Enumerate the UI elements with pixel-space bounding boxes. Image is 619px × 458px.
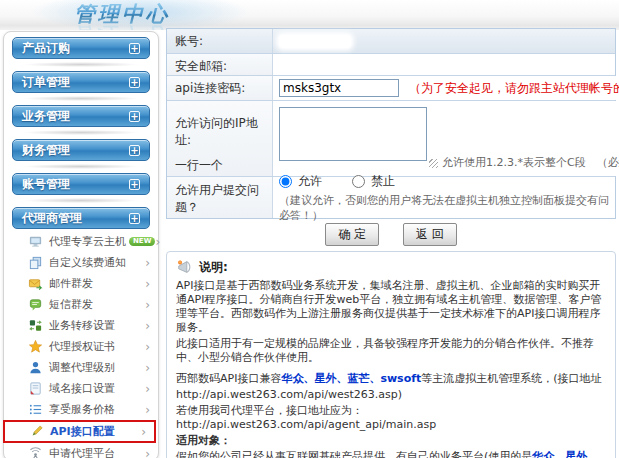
sidebar-item-domain-api-settings[interactable]: 域名接口设置 ›: [4, 378, 158, 399]
compat-text-after: 等主流虚拟主机管理系统，(接口地址: [421, 372, 601, 385]
target-audience-title: 适用对象：: [176, 434, 606, 448]
ip-hint: 允许使用1.2.3.*表示整个C段 （必须设置）: [442, 155, 619, 170]
form-buttons: 确 定 返 回: [166, 219, 616, 249]
chevron-right-icon: ›: [155, 236, 160, 248]
chevron-right-icon: ›: [145, 341, 150, 353]
menu-label: 财务管理: [22, 142, 70, 159]
api-password-warning: （为了安全起见，请勿跟主站代理帐号的密码相同！）: [409, 80, 619, 97]
user-icon: [28, 360, 43, 375]
form-row-api-password: api连接密码: （为了安全起见，请勿跟主站代理帐号的密码相同！）: [167, 75, 615, 100]
expand-icon: +: [129, 179, 140, 190]
form-row-allowed-ips: 允许访问的IP地址: 一行一个 允许使用1.2.3.*表示整个C段 （必须设置）: [167, 100, 615, 176]
sidebar-item-sms-bulk-send[interactable]: 短信群发 ›: [4, 294, 158, 315]
chevron-right-icon: ›: [145, 278, 150, 290]
sidebar-item-agent-certificate[interactable]: 代理授权证书 ›: [4, 336, 158, 357]
menu-label: 业务管理: [22, 108, 70, 125]
expand-icon: +: [129, 77, 140, 88]
compat-text: 西部数码API接口兼容: [176, 372, 281, 385]
email-label: 安全邮箱:: [167, 54, 273, 75]
sidebar-item-account-management[interactable]: 账号管理 +: [12, 173, 150, 195]
description-panel: 说明: API接口是基于西部数码业务系统开发，集域名注册、虚拟主机、企业邮箱的实…: [166, 251, 616, 458]
sub-label: 申请代理平台: [49, 446, 115, 458]
menu-label: 账号管理: [22, 176, 70, 193]
expand-icon: +: [129, 43, 140, 54]
sidebar-item-finance-management[interactable]: 财务管理 +: [12, 139, 150, 161]
sidebar-item-business-transfer-settings[interactable]: 业务转移设置 ›: [4, 315, 158, 336]
sub-label: 自定义续费通知: [49, 255, 126, 270]
deny-radio-label: 禁止: [371, 173, 395, 190]
sidebar-item-custom-renewal-notice[interactable]: 自定义续费通知 ›: [4, 252, 158, 273]
sub-label: 邮件群发: [49, 276, 93, 291]
chevron-right-icon: ›: [145, 362, 150, 374]
menu-label: 订单管理: [22, 74, 70, 91]
sub-label: API接口配置: [50, 424, 115, 439]
main-content: 账号: 安全邮箱: api连接密码: （为了安全起见，请勿跟主站代理帐号的密码相…: [166, 28, 616, 458]
star-icon: [28, 339, 43, 354]
sub-label: 享受服务价格: [49, 402, 115, 417]
price-list-icon: [28, 402, 43, 417]
expand-icon: +: [129, 111, 140, 122]
sub-label: 域名接口设置: [49, 381, 115, 396]
sub-label: 业务转移设置: [49, 318, 115, 333]
sidebar-item-api-config[interactable]: API接口配置 ›: [5, 422, 154, 441]
menu-shadow: [24, 198, 138, 203]
chevron-right-icon: ›: [145, 383, 150, 395]
sidebar-item-agent-management[interactable]: 代理商管理 +: [12, 207, 150, 229]
target-audience-paragraph: 假如您的公司已经从事互联网基础产品提供，有自己的业务平台(使用的是华众、星外、蓝…: [176, 450, 606, 458]
sms-icon: [28, 297, 43, 312]
expand-icon: +: [129, 213, 140, 224]
top-banner: 管理中心 管理中心: [0, 0, 619, 30]
back-button[interactable]: 返 回: [403, 223, 457, 246]
menu-shadow: [24, 62, 138, 67]
api-url: http://api.west263.com/api/west263.asp): [176, 388, 606, 402]
redacted-account-value: [279, 35, 351, 48]
sidebar-item-agent-cloud-host[interactable]: 代理专享云主机 NEW ›: [4, 231, 158, 252]
pencil-icon: [29, 424, 44, 439]
agent-submenu: 代理专享云主机 NEW › 自定义续费通知 › 邮件群发 › 短信群发 › 业务…: [4, 231, 158, 458]
ip-label-line2: 一行一个: [175, 157, 268, 174]
chevron-right-icon: ›: [141, 426, 146, 438]
menu-shadow: [24, 96, 138, 101]
sidebar-item-service-prices[interactable]: 享受服务价格 ›: [4, 399, 158, 420]
api-password-input[interactable]: [279, 79, 399, 97]
antenna-icon: [28, 446, 43, 458]
chevron-right-icon: ›: [145, 404, 150, 416]
site-logo-reflection: 管理中心: [74, 21, 170, 30]
menu-shadow: [24, 164, 138, 169]
mail-icon: [28, 276, 43, 291]
allow-radio[interactable]: [279, 175, 292, 188]
compat-keywords: 华众、星外、蓝芒、swsoft: [281, 372, 421, 385]
account-label: 账号:: [167, 29, 273, 53]
sidebar-item-adjust-agent-level[interactable]: 调整代理级别 ›: [4, 357, 158, 378]
chevron-right-icon: ›: [145, 448, 150, 458]
sidebar-item-email-bulk-send[interactable]: 邮件群发 ›: [4, 273, 158, 294]
resize-handle-icon: [429, 159, 438, 168]
menu-label: 代理商管理: [22, 210, 82, 227]
pages-icon: [28, 255, 43, 270]
allow-questions-label: 允许用户提交问题？: [167, 177, 273, 218]
form-row-account: 账号:: [167, 29, 615, 53]
description-title: 说明:: [199, 260, 228, 274]
agent-api-url-line: 若使用我司代理平台，接口地址应为：http://api.west263.com/…: [176, 404, 606, 432]
sidebar-item-product-order[interactable]: 产品订购 +: [12, 37, 150, 59]
description-paragraph-2: 此接口适用于有一定规模的品牌企业，具备较强程序开发能力的分销合作伙伴。不推荐中、…: [176, 337, 606, 365]
email-value: [273, 54, 615, 75]
document-icon: [28, 381, 43, 396]
allowed-ips-textarea[interactable]: [279, 107, 427, 161]
sidebar-item-business-management[interactable]: 业务管理 +: [12, 105, 150, 127]
deny-radio[interactable]: [352, 175, 365, 188]
api-config-form: 账号: 安全邮箱: api连接密码: （为了安全起见，请勿跟主站代理帐号的密码相…: [166, 28, 616, 219]
expand-icon: +: [129, 145, 140, 156]
api-password-label: api连接密码:: [167, 76, 273, 100]
transfer-icon: [28, 318, 43, 333]
confirm-button[interactable]: 确 定: [325, 223, 379, 246]
sidebar-item-apply-agent-platform[interactable]: 申请代理平台 ›: [4, 443, 158, 458]
sidebar-item-order-management[interactable]: 订单管理 +: [12, 71, 150, 93]
chevron-right-icon: ›: [145, 257, 150, 269]
chevron-right-icon: ›: [145, 299, 150, 311]
cloud-host-icon: [28, 234, 43, 249]
new-badge: NEW: [129, 237, 155, 246]
description-paragraph-3: 西部数码API接口兼容华众、星外、蓝芒、swsoft等主流虚拟主机管理系统，(接…: [176, 372, 606, 386]
chevron-right-icon: ›: [145, 320, 150, 332]
sidebar: 产品订购 + 订单管理 + 业务管理 + 财务管理 + 账号管理 + 代理商管理…: [3, 31, 159, 458]
